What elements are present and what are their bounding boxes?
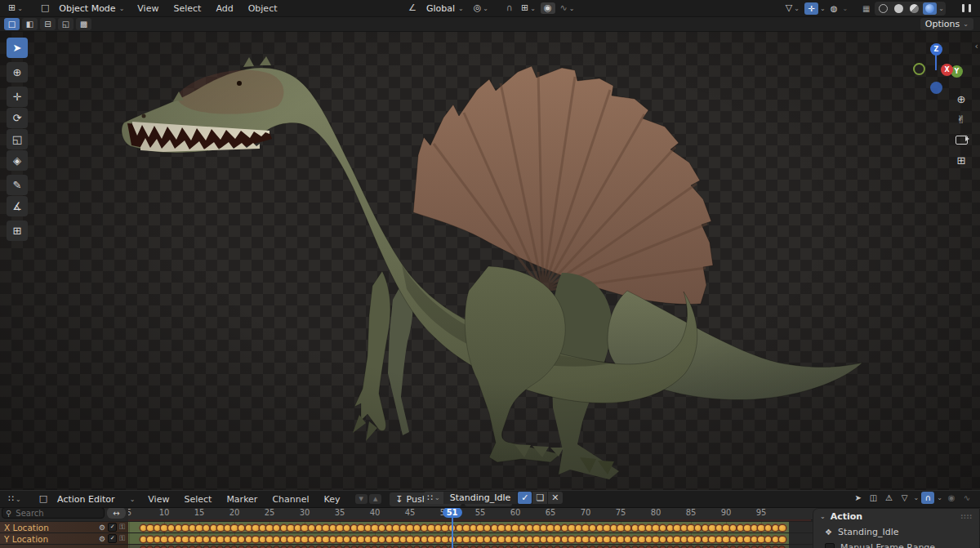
select-mode-invert[interactable]: ◱ bbox=[58, 18, 74, 30]
channel-row-partial[interactable] bbox=[0, 544, 128, 548]
browse-action-button[interactable]: ∷⌄ bbox=[424, 492, 443, 504]
menu-channel[interactable]: Channel bbox=[265, 492, 315, 506]
cursor-tool[interactable]: ⊕ bbox=[7, 62, 28, 82]
keyframe[interactable] bbox=[301, 537, 308, 543]
keyframe[interactable] bbox=[336, 537, 343, 543]
only-selected-icon[interactable]: ➤ bbox=[852, 492, 865, 504]
keyframe[interactable] bbox=[407, 537, 413, 543]
action-panel-header[interactable]: ⌄ Action ∷∷ bbox=[813, 509, 979, 523]
keyframe[interactable] bbox=[533, 525, 540, 532]
dopesheet-editor-type-button[interactable]: ∷⌄ bbox=[5, 493, 24, 505]
keyframe[interactable] bbox=[639, 525, 645, 532]
action-name-field[interactable]: Standing_Idle bbox=[443, 492, 518, 504]
zoom-icon[interactable]: ⊕ bbox=[954, 91, 969, 106]
modifier-wrench-icon[interactable]: ⚙ bbox=[99, 523, 105, 532]
show-overlays-button[interactable]: ◍ bbox=[827, 2, 841, 15]
keyframe[interactable] bbox=[617, 537, 624, 543]
menu-add[interactable]: Add bbox=[209, 2, 239, 16]
select-mode-extend[interactable]: ◧ bbox=[22, 18, 38, 30]
move-tool[interactable]: ✛ bbox=[7, 87, 28, 107]
keyframe[interactable] bbox=[779, 525, 786, 532]
keyframe[interactable] bbox=[147, 537, 154, 543]
filter-funnel-icon[interactable]: ▽ bbox=[898, 492, 911, 504]
menu-marker[interactable]: Marker bbox=[220, 492, 264, 506]
editor-type-button[interactable]: ⊞⌄ bbox=[5, 2, 26, 14]
gizmo-x-axis[interactable]: X bbox=[941, 64, 953, 76]
keyframe[interactable] bbox=[498, 525, 505, 532]
select-mode-subtract[interactable]: ⊟ bbox=[40, 18, 56, 30]
chevron-down-icon[interactable]: ⌄ bbox=[914, 494, 920, 501]
viewport-3d[interactable]: ➤⊕✛⟳◱◈✎∡⊞ Z X Y ⊕ ✌ ⊞ ‹ bbox=[0, 31, 980, 490]
keyframe[interactable] bbox=[688, 537, 694, 543]
rotate-tool[interactable]: ⟳ bbox=[7, 108, 28, 128]
navigation-gizmo[interactable]: Z X Y bbox=[908, 38, 965, 95]
keyframe[interactable] bbox=[393, 537, 399, 543]
channel-enable-checkbox[interactable]: ✓ bbox=[108, 534, 117, 543]
keyframe[interactable] bbox=[147, 525, 154, 532]
keyframe[interactable] bbox=[358, 525, 364, 532]
keyframe[interactable] bbox=[196, 525, 203, 532]
panel-action-item[interactable]: ❖ Standing_Idle bbox=[813, 523, 979, 540]
transform-tool[interactable]: ◈ bbox=[7, 150, 28, 171]
show-gizmo-button[interactable]: ✛ bbox=[804, 2, 818, 15]
keyframe[interactable] bbox=[252, 525, 259, 532]
menu-object[interactable]: Object bbox=[242, 2, 284, 16]
shading-material-button[interactable] bbox=[907, 2, 921, 15]
keyframe[interactable] bbox=[568, 537, 575, 543]
select-mode-intersect[interactable]: ▩ bbox=[76, 18, 91, 30]
keyframe[interactable] bbox=[604, 525, 610, 532]
keyframe[interactable] bbox=[674, 525, 680, 532]
pan-hand-icon[interactable]: ✌ bbox=[954, 112, 969, 127]
chevron-down-icon[interactable]: ⌄ bbox=[843, 5, 849, 12]
annotate-tool[interactable]: ✎ bbox=[7, 175, 28, 195]
keyframe[interactable] bbox=[674, 537, 680, 543]
channel-row-y-location[interactable]: Y Location⚙✓⚿ bbox=[0, 532, 128, 544]
shading-rendered-button[interactable] bbox=[923, 2, 937, 15]
keyframe[interactable] bbox=[323, 525, 329, 532]
sidebar-toggle-icon[interactable]: ‹ bbox=[975, 41, 978, 51]
keyframe[interactable] bbox=[407, 525, 413, 532]
keyframe[interactable] bbox=[512, 525, 519, 532]
keyframe[interactable] bbox=[547, 525, 554, 532]
search-input[interactable] bbox=[14, 508, 91, 519]
show-hidden-icon[interactable]: ◫ bbox=[867, 492, 880, 504]
options-dropdown[interactable]: Options⌄ bbox=[920, 18, 973, 30]
keyframe[interactable] bbox=[779, 537, 786, 543]
keyframe[interactable] bbox=[653, 525, 659, 532]
keyframe[interactable] bbox=[547, 537, 554, 543]
menu-select[interactable]: Select bbox=[167, 2, 207, 16]
menu-select[interactable]: Select bbox=[177, 492, 218, 506]
add-cube-tool[interactable]: ⊞ bbox=[7, 221, 28, 241]
keyframe[interactable] bbox=[442, 525, 448, 532]
move-channel-up-button[interactable]: ▲ bbox=[369, 494, 381, 504]
keyframe[interactable] bbox=[709, 525, 715, 532]
keyframe[interactable] bbox=[231, 525, 238, 532]
keyframe[interactable] bbox=[217, 537, 224, 543]
lock-icon[interactable]: ⚿ bbox=[119, 534, 125, 543]
keyframe[interactable] bbox=[723, 537, 729, 543]
shading-wireframe-button[interactable] bbox=[876, 2, 890, 15]
channel-enable-checkbox[interactable]: ✓ bbox=[108, 523, 117, 532]
shading-solid-button[interactable] bbox=[892, 2, 906, 15]
select-box-tool[interactable]: ➤ bbox=[7, 38, 28, 58]
keyframe[interactable] bbox=[639, 537, 645, 543]
dope-mode-icon-button[interactable]: □ bbox=[36, 493, 51, 505]
snap-magnet-icon[interactable]: ∩ bbox=[921, 492, 934, 504]
keyframe[interactable] bbox=[323, 537, 329, 543]
scale-tool[interactable]: ◱ bbox=[7, 129, 28, 149]
chevron-down-icon[interactable]: ⌄ bbox=[937, 494, 942, 501]
keyframe[interactable] bbox=[266, 525, 273, 532]
keyframe[interactable] bbox=[568, 525, 575, 532]
keyframe[interactable] bbox=[336, 525, 343, 532]
dinosaur-model[interactable] bbox=[0, 31, 980, 490]
keyframe[interactable] bbox=[758, 537, 764, 543]
falloff-curve-icon[interactable]: ∿ bbox=[960, 492, 973, 504]
keyframe[interactable] bbox=[393, 525, 399, 532]
proportional-editing-button[interactable]: ◉ bbox=[541, 2, 555, 14]
new-action-button[interactable]: ❏ bbox=[532, 492, 547, 504]
channel-row-x-location[interactable]: X Location⚙✓⚿ bbox=[0, 521, 128, 532]
snap-settings-button[interactable]: ⊞⌄ bbox=[518, 2, 539, 14]
menu-view[interactable]: View bbox=[131, 2, 165, 16]
keyframe[interactable] bbox=[758, 525, 764, 532]
keyframe[interactable] bbox=[372, 537, 378, 543]
